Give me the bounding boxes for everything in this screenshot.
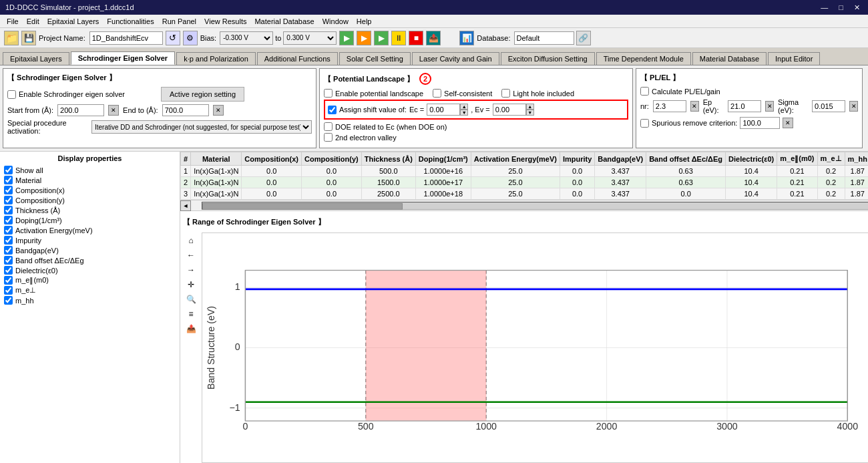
ec-spin-down[interactable]: ▼ [460, 110, 468, 116]
chart-settings-btn[interactable]: ≡ [184, 307, 198, 321]
export-btn[interactable]: 📤 [426, 31, 441, 45]
nr-input[interactable] [653, 100, 686, 112]
play-btn[interactable]: ▶ [339, 31, 354, 45]
thickness-checkbox[interactable] [4, 206, 13, 214]
spurious-input[interactable] [740, 117, 780, 129]
tab-material-database[interactable]: Material Database [692, 52, 767, 65]
tab-solar-cell[interactable]: Solar Cell Setting [339, 52, 411, 65]
ep-input[interactable] [728, 100, 761, 112]
self-consistent-checkbox[interactable] [433, 89, 441, 98]
bias-from-select[interactable]: -0.300 V [220, 31, 273, 45]
run2-btn[interactable]: ▶ [374, 31, 389, 45]
pause-btn[interactable]: ⏸ [391, 31, 406, 45]
chart-move-btn[interactable]: ✛ [184, 278, 198, 291]
db-icon[interactable]: 🔗 [576, 31, 591, 45]
special-proc-select[interactable]: Iterative DD and Schrodinger (not sugges… [91, 120, 312, 134]
table-row[interactable]: 2In(x)Ga(1-x)N0.00.01500.01.0000e+1725.0… [181, 177, 869, 188]
enable-schrodinger-checkbox[interactable] [7, 90, 16, 99]
tab-time-dependent[interactable]: Time Dependent Module [596, 52, 691, 65]
menu-edit[interactable]: Edit [23, 17, 43, 26]
tab-schrodinger-eigen-solver[interactable]: Schrodinger Eigen Solver [71, 51, 175, 65]
tab-exciton-diffusion[interactable]: Exciton Diffusion Setting [501, 52, 595, 65]
tab-epitaxial-layers[interactable]: Epitaxial Layers [3, 52, 69, 65]
me-parallel-checkbox[interactable] [4, 276, 13, 285]
chart-forward-btn[interactable]: → [184, 263, 198, 277]
run-btn[interactable]: ▶ [357, 31, 371, 45]
comp-x-checkbox[interactable] [4, 186, 13, 194]
close-button[interactable]: ✕ [851, 3, 863, 12]
tab-kp-polarization[interactable]: k·p and Polarization [176, 52, 256, 65]
dielectric-checkbox[interactable] [4, 266, 13, 275]
ec-input[interactable] [427, 104, 460, 116]
impurity-checkbox[interactable] [4, 236, 13, 245]
nr-clear-btn[interactable]: ✕ [690, 101, 699, 112]
table-row[interactable]: 1In(x)Ga(1-x)N0.00.0500.01.0000e+1625.00… [181, 166, 869, 177]
menu-file[interactable]: File [3, 17, 23, 26]
menu-view-results[interactable]: View Results [200, 17, 250, 26]
scroll-left-btn[interactable]: ◄ [180, 200, 191, 211]
chart-zoom-btn[interactable]: 🔍 [184, 293, 198, 306]
bias-to-select[interactable]: 0.300 V [283, 31, 337, 45]
svg-rect-13 [366, 271, 486, 421]
show-all-checkbox[interactable] [4, 166, 13, 174]
ep-clear-btn[interactable]: ✕ [765, 101, 774, 112]
spurious-checkbox[interactable] [640, 119, 649, 128]
light-hole-checkbox[interactable] [501, 89, 510, 98]
spurious-clear-btn[interactable]: ✕ [783, 118, 793, 128]
maximize-button[interactable]: □ [836, 3, 846, 12]
prop-comp-y: Composition(y) [3, 195, 177, 205]
chart-btn[interactable]: 📊 [459, 31, 474, 45]
material-checkbox[interactable] [4, 176, 13, 184]
sigma-clear-btn[interactable]: ✕ [849, 101, 858, 112]
sigma-input[interactable] [812, 100, 845, 112]
assign-shift-checkbox[interactable] [328, 106, 337, 114]
act-energy-checkbox[interactable] [4, 226, 13, 235]
band-offset-checkbox[interactable] [4, 256, 13, 265]
bandgap-checkbox[interactable] [4, 246, 13, 255]
db-input[interactable] [514, 31, 574, 45]
scroll-track[interactable] [202, 202, 868, 210]
stop-btn[interactable]: ■ [409, 31, 423, 45]
end-input[interactable] [162, 104, 209, 116]
calc-plel-checkbox[interactable] [640, 87, 649, 96]
tab-additional-functions[interactable]: Additional Functions [257, 52, 338, 65]
me-perp-checkbox[interactable] [4, 286, 13, 295]
mhh-checkbox[interactable] [4, 296, 13, 305]
refresh-icon[interactable]: ↺ [166, 31, 180, 45]
tab-laser-cavity[interactable]: Laser Cavity and Gain [412, 52, 499, 65]
doe-checkbox[interactable] [324, 122, 333, 131]
table-cell: 1.87 [845, 188, 868, 200]
folder-icon[interactable]: 📁 [4, 31, 19, 45]
scroll-thumb[interactable] [202, 203, 403, 210]
tab-input-editor[interactable]: Input Editor [768, 52, 820, 65]
chart-export2-btn[interactable]: 📤 [184, 322, 198, 335]
active-region-button[interactable]: Active region setting [161, 87, 244, 102]
table-cell: 0.0 [302, 188, 362, 200]
svg-text:2000: 2000 [596, 421, 618, 432]
ev-spin-up[interactable]: ▲ [526, 104, 534, 110]
ec-spin-up[interactable]: ▲ [460, 104, 468, 110]
enable-potential-checkbox[interactable] [324, 89, 333, 98]
settings-icon[interactable]: ⚙ [183, 31, 198, 45]
table-row[interactable]: 3In(x)Ga(1-x)N0.00.02500.01.0000e+1825.0… [181, 188, 869, 200]
start-clear-btn[interactable]: ✕ [108, 105, 119, 116]
menu-epitaxial-layers[interactable]: Epitaxial Layers [43, 17, 103, 26]
project-name-input[interactable] [89, 31, 163, 45]
chart-home-btn[interactable]: ⌂ [184, 234, 198, 247]
menu-functionalities[interactable]: Functionalities [103, 17, 158, 26]
table-cell: 10.4 [726, 188, 777, 200]
chart-back-btn[interactable]: ← [184, 249, 198, 262]
save-icon[interactable]: 💾 [21, 31, 36, 45]
ev-input[interactable] [493, 104, 526, 116]
menu-material-database[interactable]: Material Database [250, 17, 318, 26]
start-input[interactable] [57, 104, 104, 116]
menu-run-panel[interactable]: Run Panel [158, 17, 200, 26]
end-clear-btn[interactable]: ✕ [213, 105, 224, 116]
menu-help[interactable]: Help [353, 17, 376, 26]
minimize-button[interactable]: — [818, 3, 831, 12]
valley-checkbox[interactable] [324, 133, 333, 142]
ev-spin-down[interactable]: ▼ [526, 110, 534, 116]
doping-checkbox[interactable] [4, 216, 13, 224]
menu-window[interactable]: Window [318, 17, 353, 26]
comp-y-checkbox[interactable] [4, 196, 13, 204]
